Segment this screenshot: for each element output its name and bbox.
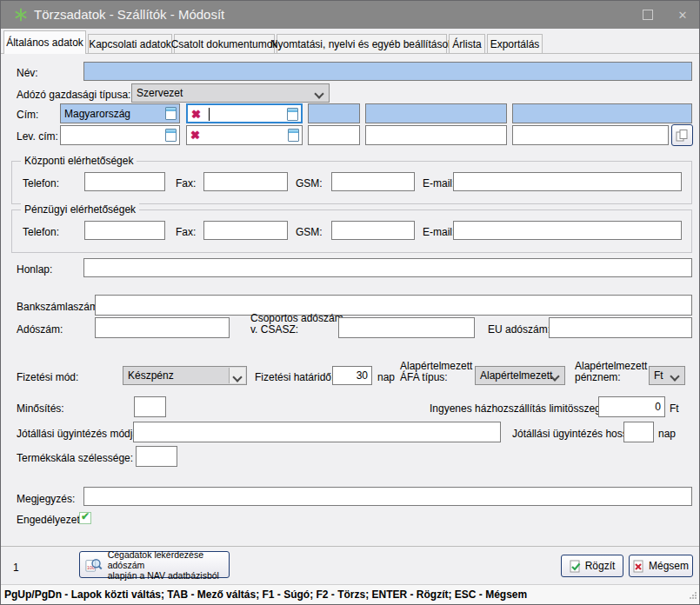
engedelyezett-checkbox[interactable] <box>79 512 91 524</box>
lev-cim-country-field[interactable] <box>60 125 180 145</box>
rogzit-button[interactable]: Rögzít <box>561 555 623 577</box>
cim-country-value: Magyarország <box>64 108 130 120</box>
eu-adoszam-label: EU adószám: <box>488 323 550 336</box>
penzugyi-telefon-label: Telefon: <box>23 226 59 238</box>
penzugyi-email-label: E-mail: <box>423 226 455 238</box>
lev-cim-street-field[interactable] <box>365 125 507 145</box>
cim-street-field[interactable] <box>365 103 507 123</box>
title-bar[interactable]: Törzsadatok - Szállítók - Módosít <box>1 1 699 29</box>
ingyenes-input[interactable] <box>598 396 665 417</box>
termekskala-input[interactable] <box>136 446 177 467</box>
lev-cim-street2-field[interactable] <box>512 125 669 145</box>
afa-label-line1: Alapértelmezett <box>400 360 472 372</box>
tab-label: Általános adatok <box>6 37 83 49</box>
table-picker-icon[interactable] <box>165 107 177 120</box>
megsem-button[interactable]: Mégsem <box>629 555 693 577</box>
nav-lookup-button[interactable]: 100 Cégadatok lekérdezése adószám alapjá… <box>79 551 230 578</box>
tab-label: Nyomtatási, nyelvi és egyéb beállítások <box>270 38 453 50</box>
kozponti-telefon-input[interactable] <box>84 172 165 191</box>
csoportos-label-line2: v. CSASZ: <box>250 323 298 336</box>
penzugyi-email-input[interactable] <box>453 221 682 240</box>
megsem-button-label: Mégsem <box>649 560 689 572</box>
adozo-tipus-select[interactable]: Szervezet <box>131 83 330 103</box>
nev-label: Név: <box>17 67 38 79</box>
fizetesi-hatarido-input[interactable] <box>332 366 372 385</box>
penzugyi-gsm-input[interactable] <box>331 221 415 240</box>
fizetesi-mod-select[interactable]: Készpénz <box>123 366 247 385</box>
text-caret <box>209 108 210 121</box>
tab-label: Árlista <box>452 38 481 50</box>
tab-kapcsolati-adatok[interactable]: Kapcsolati adatok <box>88 34 172 54</box>
app-icon <box>14 8 28 25</box>
cim-zip-field[interactable] <box>308 103 360 123</box>
eu-adoszam-input[interactable] <box>549 317 692 338</box>
cim-country-field[interactable]: Magyarország <box>60 103 180 123</box>
jotallas-hossza-suffix: nap <box>658 428 676 440</box>
kozponti-fax-input[interactable] <box>203 172 288 191</box>
engedelyezett-label: Engedélyezett: <box>17 514 85 526</box>
adoszam-input[interactable] <box>95 317 230 338</box>
jotallas-hossza-input[interactable] <box>623 422 654 442</box>
resize-grip[interactable] <box>689 590 697 602</box>
tab-csatolt-dokumentumok[interactable]: Csatolt dokumentumok <box>174 34 275 54</box>
cim-street2-field[interactable] <box>512 103 692 123</box>
table-picker-icon[interactable] <box>288 129 299 142</box>
table-picker-icon[interactable] <box>287 108 298 121</box>
kozponti-gsm-input[interactable] <box>331 172 415 191</box>
tab-label: Kapcsolati adatok <box>89 38 171 50</box>
dialog-window: Törzsadatok - Szállítók - Módosít Általá… <box>0 0 700 605</box>
minosites-label: Minősítés: <box>17 402 64 415</box>
penznem-value: Ft <box>654 369 663 382</box>
kozponti-email-input[interactable] <box>453 172 682 191</box>
footer-divider <box>1 546 699 547</box>
csoportos-adoszam-input[interactable] <box>338 317 475 338</box>
afa-tipus-select[interactable]: Alapértelmezett <box>475 366 565 385</box>
csoportos-adoszam-label: Csoportos adószám v. CSASZ: <box>250 313 343 336</box>
tab-exportalas[interactable]: Exportálás <box>487 34 543 54</box>
copy-address-button[interactable] <box>671 124 693 146</box>
kozponti-gsm-label: GSM: <box>296 177 323 189</box>
lev-cim-label: Lev. cím: <box>17 130 58 143</box>
green-checkmark-icon <box>81 510 90 522</box>
status-text: PgUp/PgDn - Lapok közti váltás; TAB - Me… <box>4 588 527 601</box>
jotallas-modja-label: Jótállási ügyintézés módja: <box>17 428 141 440</box>
window-title: Törzsadatok - Szállítók - Módosít <box>34 7 224 22</box>
close-button[interactable] <box>665 1 700 29</box>
penznem-label-line1: Alapértelmezett <box>575 360 647 372</box>
tab-nyomtatasi-beallitasok[interactable]: Nyomtatási, nyelvi és egyéb beállítások <box>277 34 447 54</box>
adozo-tipus-value: Szervezet <box>137 87 183 99</box>
ingyenes-suffix: Ft <box>670 402 679 415</box>
lev-cim-zip-field[interactable] <box>308 125 360 145</box>
lev-cim-city-field[interactable] <box>186 125 303 145</box>
nev-input[interactable] <box>83 62 692 81</box>
megjegyzes-label: Megjegyzés: <box>17 493 75 505</box>
penzugyi-fax-input[interactable] <box>203 221 288 240</box>
group-penzugyi-title: Pénzügyi elérhetőségek <box>21 203 139 216</box>
group-kozponti: Központi elérhetőségek Telefon: Fax: GSM… <box>11 161 692 204</box>
bankszamla-input[interactable] <box>95 295 692 316</box>
afa-label-line2: ÁFA típus: <box>400 371 448 383</box>
clear-red-x-icon[interactable] <box>190 129 200 142</box>
combo-dropdown-button[interactable] <box>229 368 245 383</box>
clear-red-x-icon[interactable] <box>191 108 201 121</box>
tab-arlista[interactable]: Árlista <box>449 34 485 54</box>
jotallas-modja-input[interactable] <box>133 422 501 442</box>
penznem-label-line2: pénznem: <box>575 371 621 383</box>
penzugyi-telefon-input[interactable] <box>84 221 165 240</box>
fizetesi-mod-label: Fizetési mód: <box>17 371 78 383</box>
tab-altalanos-adatok[interactable]: Általános adatok <box>3 30 86 54</box>
termekskala-label: Termékskála szélessége: <box>17 452 133 464</box>
megjegyzes-input[interactable] <box>83 487 692 506</box>
penznem-label: Alapértelmezett pénznem: <box>575 361 647 383</box>
table-picker-icon[interactable] <box>165 129 177 142</box>
maximize-button[interactable] <box>630 1 665 29</box>
minosites-input[interactable] <box>134 396 166 417</box>
honlap-input[interactable] <box>83 258 692 277</box>
honlap-label: Honlap: <box>17 263 52 276</box>
cim-label: Cím: <box>17 109 38 121</box>
cim-city-field[interactable] <box>186 103 303 123</box>
tab-label: Exportálás <box>490 38 540 50</box>
penznem-select[interactable]: Ft <box>649 366 685 385</box>
csoportos-label-line1: Csoportos adószám <box>250 312 343 324</box>
ingyenes-label: Ingyenes házhozszállítás limitösszege: <box>430 402 610 415</box>
